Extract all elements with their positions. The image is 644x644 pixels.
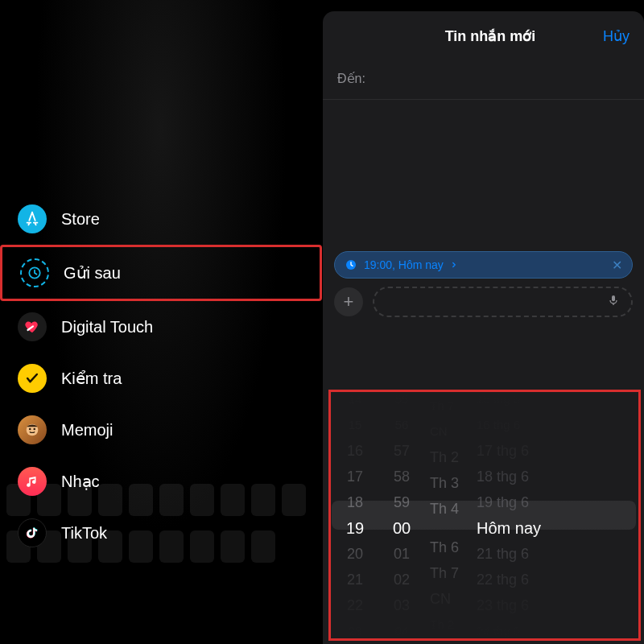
picker-cell: 17 thg 6 (477, 438, 529, 464)
picker-cell: 23 thg 6 (477, 592, 529, 618)
picker-cell: 15 (349, 412, 362, 438)
app-label: Nhạc (61, 472, 100, 491)
picker-cell: 20 (347, 541, 363, 567)
picker-cell: 19 (346, 515, 364, 541)
tiktok-icon (18, 518, 47, 547)
datetime-picker[interactable]: 1415161718192021222355565758590001020304… (324, 386, 644, 644)
picker-cell: 23 (349, 618, 362, 638)
app-row-spellcheck[interactable]: Kiểm tra (0, 353, 322, 404)
picker-cell: 18 (347, 489, 363, 515)
picker-cell: Th 6 (430, 535, 459, 560)
apps-drawer-pane: Store Gửi sau Digital Touch (0, 0, 322, 644)
app-label: Memoji (61, 421, 113, 440)
picker-cell: 01 (394, 541, 410, 567)
picker-cell: Th 7 (430, 560, 459, 586)
mic-icon[interactable] (607, 292, 620, 312)
to-label-text: Đến: (337, 72, 365, 85)
app-label: TikTok (61, 524, 107, 543)
compose-pane: Tin nhắn mới Hủy Đến: 19:00, Hôm nay ✕ + (322, 0, 644, 644)
picker-cell: 58 (394, 464, 410, 489)
picker-cell: 03 (394, 592, 410, 618)
navbar: Tin nhắn mới Hủy (323, 11, 644, 60)
svg-point-4 (33, 428, 35, 431)
app-row-tiktok[interactable]: TikTok (0, 507, 322, 559)
picker-col-hour[interactable]: 14151617181920212223 (332, 393, 378, 638)
memoji-icon (18, 415, 47, 444)
to-field-label[interactable]: Đến: (323, 60, 644, 100)
close-icon[interactable]: ✕ (612, 258, 622, 273)
app-row-memoji[interactable]: Memoji (0, 404, 322, 456)
picker-cell: CN (430, 419, 448, 444)
chevron-right-icon (450, 261, 458, 269)
cancel-button[interactable]: Hủy (603, 27, 630, 45)
picker-cell: 56 (395, 412, 409, 438)
picker-cell: Th 3 (430, 470, 459, 496)
picker-cell: 00 (393, 515, 411, 541)
clock-icon (345, 258, 357, 271)
picker-cell: 21 (347, 567, 363, 592)
picker-cell: CN (430, 586, 451, 612)
music-icon (18, 467, 47, 496)
picker-cell: 16 thg 6 (477, 412, 520, 438)
message-input[interactable] (373, 287, 633, 317)
app-row-send-later[interactable]: Gửi sau (0, 245, 322, 301)
picker-cell: 55 (395, 393, 409, 412)
picker-cell: 24 thg 6 (477, 618, 520, 638)
picker-cell: 15 thg 6 (477, 393, 520, 412)
appstore-icon (18, 204, 47, 233)
picker-cell: 21 thg 6 (477, 541, 529, 567)
plus-button[interactable]: + (334, 287, 363, 316)
svg-rect-6 (612, 295, 615, 301)
clock-icon (20, 258, 49, 287)
picker-cell: 22 (347, 592, 363, 618)
heart-icon (18, 312, 47, 341)
picker-col-minute[interactable]: 55565758590001020304 (378, 393, 425, 638)
picker-cell: 04 (395, 618, 409, 638)
picker-col-weekday[interactable]: Th 7CNTh 2Th 3Th 4Th 6Th 7CNTh 2 (425, 393, 473, 638)
picker-cell: 14 (349, 393, 362, 412)
app-label: Digital Touch (61, 318, 153, 336)
picker-cell: Th 2 (430, 612, 454, 638)
picker-cell: 02 (394, 567, 410, 592)
apps-list: Store Gửi sau Digital Touch (0, 193, 322, 559)
app-label: Store (61, 210, 100, 229)
picker-cell: Hôm nay (477, 515, 541, 541)
picker-cell: 18 thg 6 (477, 464, 529, 489)
page-title: Tin nhắn mới (445, 27, 536, 45)
scheduled-chip-text: 19:00, Hôm nay (364, 258, 444, 271)
picker-cell: Th 2 (430, 444, 459, 470)
app-row-music[interactable]: Nhạc (0, 456, 322, 507)
app-label: Kiểm tra (61, 369, 122, 388)
scheduled-chip[interactable]: 19:00, Hôm nay ✕ (334, 251, 633, 279)
picker-col-date[interactable]: 15 thg 616 thg 617 thg 618 thg 619 thg 6… (473, 393, 636, 638)
app-label: Gửi sau (64, 263, 121, 283)
svg-point-3 (29, 428, 31, 431)
picker-cell: 57 (394, 438, 410, 464)
picker-cell: Th 4 (430, 496, 459, 522)
app-row-digital-touch[interactable]: Digital Touch (0, 301, 322, 353)
check-icon (18, 364, 47, 393)
picker-cell: 59 (394, 489, 410, 515)
picker-cell: Th 7 (430, 393, 454, 419)
picker-cell: 16 (347, 438, 363, 464)
picker-cell: 19 thg 6 (477, 489, 529, 515)
picker-cell: 17 (347, 464, 363, 489)
app-row-store[interactable]: Store (0, 193, 322, 245)
picker-cell: 22 thg 6 (477, 567, 529, 592)
